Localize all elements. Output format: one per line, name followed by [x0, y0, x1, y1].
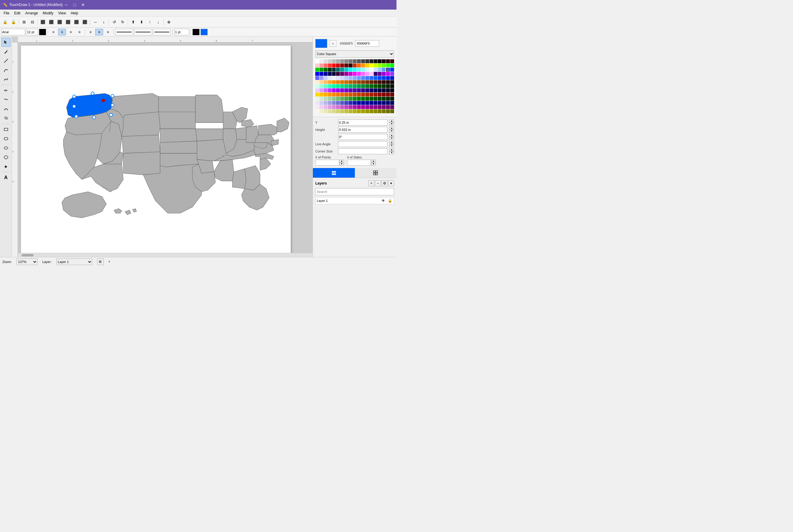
color-cell[interactable]	[349, 84, 352, 88]
color-cell[interactable]	[328, 76, 332, 80]
color-cell[interactable]	[377, 101, 382, 105]
color-cell[interactable]	[377, 105, 382, 109]
color-cell[interactable]	[328, 88, 332, 92]
color-cell[interactable]	[315, 80, 319, 84]
layer-visibility-button[interactable]: 👁	[381, 198, 386, 203]
color-cell[interactable]	[377, 109, 382, 113]
usa-map-svg[interactable]	[45, 58, 291, 252]
color-cell[interactable]	[315, 76, 319, 80]
color-cell[interactable]	[374, 105, 377, 109]
align-bottom-button[interactable]: ⬛	[56, 18, 63, 26]
align-left-button[interactable]: ⬛	[64, 18, 72, 26]
line-angle-up-button[interactable]: ▲	[389, 141, 394, 144]
layer-settings-button[interactable]: ⚙	[382, 180, 388, 186]
location-marker[interactable]	[102, 99, 105, 102]
arc-tool[interactable]	[1, 104, 11, 114]
state-new-mexico[interactable]	[123, 152, 160, 175]
canvas-area[interactable]: 1 2 3 4 5 6 7 1 2 3 4 5	[12, 37, 313, 257]
favorite-color-button[interactable]: ☆	[330, 40, 336, 47]
send-back-button[interactable]: ⬇	[137, 18, 145, 26]
color-cell[interactable]	[370, 72, 373, 76]
color-cell[interactable]	[349, 63, 352, 68]
arrow-btn[interactable]: ▾	[109, 260, 110, 264]
color-cell[interactable]	[390, 88, 394, 92]
color-cell[interactable]	[382, 109, 386, 113]
pen-tool[interactable]	[1, 47, 11, 56]
color-cell[interactable]	[324, 84, 328, 88]
wave-tool[interactable]: 〜	[1, 95, 11, 104]
color-cell[interactable]	[324, 88, 328, 92]
state-nebraska[interactable]	[160, 129, 197, 142]
bezier-tool[interactable]	[1, 65, 11, 75]
hex-input[interactable]	[355, 40, 379, 47]
color-cell[interactable]	[332, 68, 336, 72]
color-cell[interactable]	[353, 101, 357, 105]
ungroup-button[interactable]: ⊟	[29, 18, 36, 26]
color-cell[interactable]	[377, 93, 382, 96]
color-cell[interactable]	[340, 63, 344, 68]
color-cell[interactable]	[349, 97, 352, 101]
color-cell[interactable]	[377, 88, 382, 92]
color-cell[interactable]	[357, 97, 361, 101]
color-cell[interactable]	[340, 84, 344, 88]
color-cell[interactable]	[315, 109, 319, 113]
color-cell[interactable]	[324, 76, 328, 80]
color-cell[interactable]	[328, 84, 332, 88]
color-cell[interactable]	[361, 109, 365, 113]
color-cell[interactable]	[357, 88, 361, 92]
color-cell[interactable]	[361, 101, 365, 105]
align-left-button[interactable]: ≡	[50, 29, 57, 35]
line-spacing-3-button[interactable]: ≡	[104, 29, 112, 35]
color-cell[interactable]	[374, 68, 377, 72]
color-cell[interactable]	[344, 105, 348, 109]
color-cell[interactable]	[332, 101, 336, 105]
color-cell[interactable]	[386, 105, 390, 109]
state-iowa[interactable]	[196, 129, 223, 141]
color-cell[interactable]	[324, 97, 328, 101]
bring-front-button[interactable]: ⬆	[129, 18, 137, 26]
rotation-input[interactable]	[338, 134, 388, 140]
y-input[interactable]	[338, 119, 388, 126]
layer-selector[interactable]: Layer 1	[56, 259, 92, 265]
color-cell[interactable]	[332, 63, 336, 68]
color-cell[interactable]	[353, 84, 357, 88]
color-cell[interactable]	[357, 63, 361, 68]
color-cell[interactable]	[390, 105, 394, 109]
corner-size-up-button[interactable]: ▲	[389, 148, 394, 151]
color-cell[interactable]	[344, 93, 348, 96]
spiral-tool[interactable]	[1, 114, 11, 123]
points-input[interactable]	[315, 160, 339, 166]
color-cell[interactable]	[361, 68, 365, 72]
color-cell[interactable]	[390, 97, 394, 101]
color-cell[interactable]	[340, 93, 344, 96]
color-cell[interactable]	[340, 72, 344, 76]
color-cell[interactable]	[324, 68, 328, 72]
drawing-canvas[interactable]	[18, 42, 313, 257]
menu-modify[interactable]: Modify	[40, 11, 56, 16]
color-cell[interactable]	[374, 84, 377, 88]
color-cell[interactable]	[315, 84, 319, 88]
color-cell[interactable]	[332, 80, 336, 84]
color-cell[interactable]	[349, 72, 352, 76]
color-cell[interactable]	[382, 93, 386, 96]
color-cell[interactable]	[386, 101, 390, 105]
layers-search-input[interactable]	[315, 188, 394, 195]
color-cell[interactable]	[390, 63, 394, 68]
text-tool[interactable]: A	[1, 173, 11, 182]
color-cell[interactable]	[370, 109, 373, 113]
line-tool[interactable]	[1, 56, 11, 65]
color-cell[interactable]	[357, 59, 361, 63]
color-cell[interactable]	[382, 97, 386, 101]
color-cell[interactable]	[353, 76, 357, 80]
handle-bl[interactable]	[75, 115, 78, 118]
color-cell[interactable]	[336, 76, 340, 80]
color-cell[interactable]	[361, 76, 365, 80]
color-cell[interactable]	[340, 101, 344, 105]
maximize-button[interactable]: □	[71, 1, 78, 8]
color-cell[interactable]	[386, 93, 390, 96]
align-right-button[interactable]: ≡	[67, 29, 75, 35]
color-cell[interactable]	[349, 59, 352, 63]
color-cell[interactable]	[319, 59, 324, 63]
points-down-button[interactable]: ▼	[339, 163, 344, 166]
color-cell[interactable]	[370, 88, 373, 92]
